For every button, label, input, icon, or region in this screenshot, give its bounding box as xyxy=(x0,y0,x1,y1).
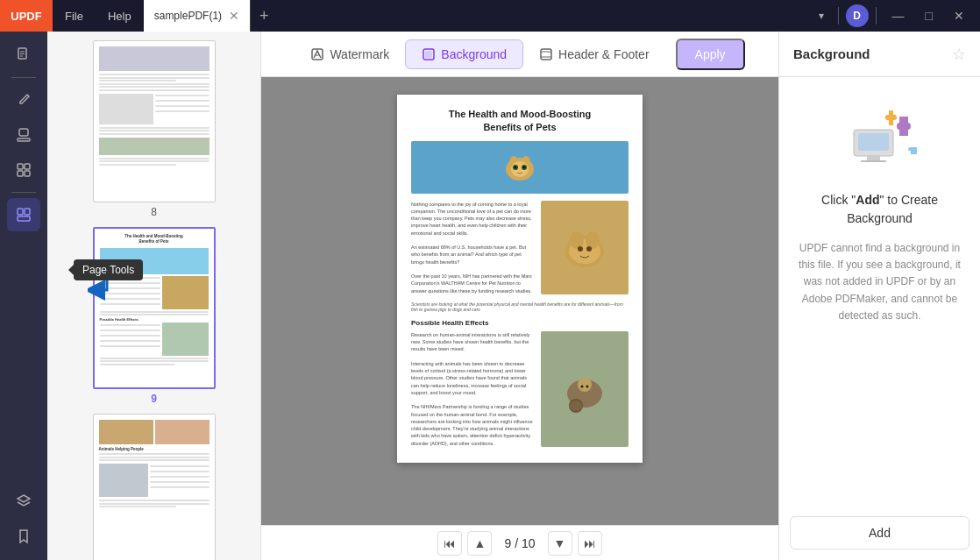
sidebar-icon-page-tools[interactable] xyxy=(7,198,40,231)
tab-close-icon[interactable]: ✕ xyxy=(229,9,239,23)
svg-rect-9 xyxy=(25,171,30,176)
main-layout: 8 The Health and Mood-BoostingBenefits o… xyxy=(0,32,980,560)
pdf-page-9: The Health and Mood-Boosting Benefits of… xyxy=(397,95,643,463)
svg-rect-18 xyxy=(541,49,551,60)
thumbnail-panel[interactable]: 8 The Health and Mood-BoostingBenefits o… xyxy=(47,32,261,560)
svg-point-37 xyxy=(570,401,582,411)
sidebar-icon-stamp[interactable] xyxy=(7,118,40,152)
header-footer-button[interactable]: Header & Footer xyxy=(523,40,665,68)
minimize-button[interactable]: — xyxy=(884,5,913,26)
left-sidebar xyxy=(0,32,47,560)
prev-page-button[interactable]: ▲ xyxy=(467,531,492,556)
menu-bar: File Help xyxy=(53,0,144,32)
sidebar-icon-bookmark[interactable] xyxy=(7,520,40,553)
svg-rect-11 xyxy=(25,209,30,215)
svg-point-34 xyxy=(586,246,592,252)
titlebar: UPDF File Help samplePDF(1) ✕ + ▾ D — □ … xyxy=(0,0,980,32)
svg-rect-42 xyxy=(858,133,889,151)
watermark-button[interactable]: Watermark xyxy=(295,40,405,68)
background-button[interactable]: Background xyxy=(405,39,523,69)
add-tab-button[interactable]: + xyxy=(251,0,278,32)
sidebar-icon-edit[interactable] xyxy=(7,83,40,117)
pdf-dog-image xyxy=(541,201,628,294)
thumb-number-9: 9 xyxy=(151,393,157,405)
pdf-section-title: Possible Health Effects xyxy=(411,319,628,327)
separator xyxy=(838,7,839,25)
pdf-pets-image xyxy=(541,331,628,447)
pdf-body-text: Nothing compares to the joy of coming ho… xyxy=(411,201,534,294)
apply-button[interactable]: Apply xyxy=(676,39,745,70)
svg-rect-4 xyxy=(19,129,28,136)
window-controls: ▾ D — □ ✕ xyxy=(812,4,980,27)
watermark-label: Watermark xyxy=(330,47,389,61)
right-panel: Background ☆ xyxy=(778,32,980,560)
thumb-number-8: 8 xyxy=(151,206,157,218)
avatar[interactable]: D xyxy=(846,4,869,27)
right-panel-desc: UPDF cannot find a background in this fi… xyxy=(797,240,962,324)
svg-rect-6 xyxy=(18,164,23,169)
page-info: 9 / 10 xyxy=(497,536,542,550)
thumbnail-page-9[interactable]: The Health and Mood-BoostingBenefits of … xyxy=(56,227,252,405)
svg-rect-5 xyxy=(18,138,30,141)
svg-point-39 xyxy=(581,386,584,388)
thumbnail-page-10[interactable]: Animals Helping People 10 xyxy=(56,414,252,560)
right-panel-cta: Click "Add" to Create Background xyxy=(797,191,962,228)
svg-point-31 xyxy=(570,231,584,249)
svg-marker-13 xyxy=(18,495,30,502)
dropdown-button[interactable]: ▾ xyxy=(812,6,831,25)
svg-rect-17 xyxy=(425,51,432,58)
app-logo: UPDF xyxy=(0,0,53,32)
thumb-img-10[interactable]: Animals Helping People xyxy=(93,414,216,560)
sidebar-icon-document[interactable] xyxy=(7,39,40,72)
svg-rect-44 xyxy=(861,160,886,162)
pdf-health-text: Research on human-animal interactions is… xyxy=(411,331,534,447)
sidebar-divider-1 xyxy=(11,77,36,78)
svg-point-32 xyxy=(586,231,600,249)
favorite-button[interactable]: ☆ xyxy=(952,45,966,64)
maximize-button[interactable]: □ xyxy=(917,5,941,26)
pdf-title-line2: Benefits of Pets xyxy=(411,122,628,132)
svg-rect-12 xyxy=(18,216,30,221)
svg-rect-10 xyxy=(18,209,23,215)
svg-rect-43 xyxy=(867,156,880,160)
right-panel-body: Click "Add" to Create Background UPDF ca… xyxy=(779,77,980,506)
page-tools-tooltip: Page Tools xyxy=(74,259,143,280)
right-panel-title: Background xyxy=(793,46,870,61)
first-page-button[interactable]: ⏮ xyxy=(437,531,462,556)
right-panel-header: Background ☆ xyxy=(779,32,980,77)
add-background-button[interactable]: Add xyxy=(790,516,969,549)
close-button[interactable]: ✕ xyxy=(945,5,973,26)
svg-point-38 xyxy=(578,378,592,392)
pdf-title-line1: The Health and Mood-Boosting xyxy=(411,107,628,122)
thumb-img-8[interactable] xyxy=(93,40,216,202)
svg-rect-8 xyxy=(18,171,23,176)
tab-label: samplePDF(1) xyxy=(154,10,222,22)
background-label: Background xyxy=(441,47,507,61)
svg-point-27 xyxy=(515,166,517,168)
thumbnail-page-8[interactable]: 8 xyxy=(56,40,252,218)
tab-bar: samplePDF(1) ✕ + xyxy=(144,0,812,32)
menu-file[interactable]: File xyxy=(53,0,96,32)
sidebar-icon-layers[interactable] xyxy=(7,485,40,518)
right-panel-footer: Add xyxy=(779,506,980,560)
sidebar-icon-arrange[interactable] xyxy=(7,153,40,187)
sidebar-divider-2 xyxy=(11,192,36,193)
toolbar: Watermark Background Header & Footer App… xyxy=(261,32,778,77)
svg-point-28 xyxy=(523,166,526,168)
last-page-button[interactable]: ⏭ xyxy=(578,531,602,556)
pdf-pagination: ⏮ ▲ 9 / 10 ▼ ⏭ xyxy=(261,525,778,560)
pdf-caption: Scientists are looking at what the poten… xyxy=(411,301,628,312)
content-area: Watermark Background Header & Footer App… xyxy=(261,32,778,560)
menu-help[interactable]: Help xyxy=(96,0,144,32)
puzzle-illustration xyxy=(836,103,924,174)
next-page-button[interactable]: ▼ xyxy=(548,531,572,556)
pdf-viewer[interactable]: The Health and Mood-Boosting Benefits of… xyxy=(261,77,778,525)
pdf-cat-image xyxy=(411,141,628,194)
svg-rect-7 xyxy=(25,164,30,169)
svg-point-33 xyxy=(578,246,583,252)
tooltip-arrow xyxy=(68,265,74,275)
separator2 xyxy=(876,7,877,25)
tab-sample-pdf[interactable]: samplePDF(1) ✕ xyxy=(144,0,251,32)
header-footer-label: Header & Footer xyxy=(558,47,650,61)
thumb-img-9[interactable]: The Health and Mood-BoostingBenefits of … xyxy=(93,227,216,389)
